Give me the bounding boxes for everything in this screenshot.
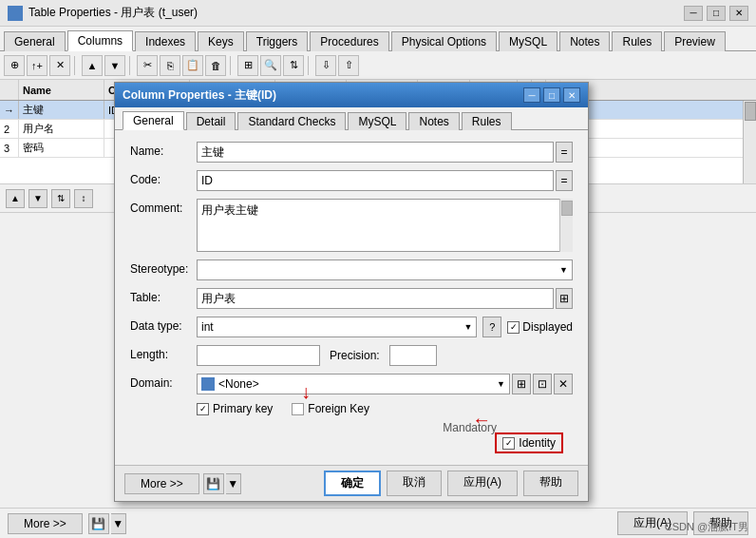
- export-button[interactable]: ⇧: [338, 55, 359, 76]
- displayed-checkbox[interactable]: ✓: [507, 321, 520, 334]
- code-input[interactable]: ID: [197, 170, 554, 191]
- delete-row-button[interactable]: ✕: [49, 55, 70, 76]
- cut-button[interactable]: ✂: [137, 55, 158, 76]
- dialog-tab-standard-checks[interactable]: Standard Checks: [237, 112, 346, 130]
- tab-physical-options[interactable]: Physical Options: [391, 31, 497, 51]
- sort-az-btn[interactable]: ⇅: [51, 189, 70, 208]
- foreign-key-wrapper[interactable]: Foreign Key: [292, 402, 369, 415]
- primary-key-wrapper[interactable]: ✓ Primary key: [197, 402, 273, 415]
- grid-vscroll[interactable]: [743, 101, 756, 183]
- checkbox-row: ✓ Primary key Foreign Key: [130, 402, 573, 415]
- displayed-label: Displayed: [522, 320, 573, 334]
- domain-browse-btn2[interactable]: ⊡: [533, 374, 552, 394]
- mandatory-identity-area: Mandatory ✓ Identity ↓ ↓: [130, 419, 573, 453]
- dialog-tab-general[interactable]: General: [123, 111, 184, 130]
- name-input-wrapper: 主键 =: [197, 142, 573, 163]
- datatype-select[interactable]: int ▼: [197, 317, 477, 337]
- toolbar-sep1: [74, 56, 78, 75]
- length-prec-row: Length: Precision:: [130, 345, 573, 366]
- dialog-close[interactable]: ✕: [563, 87, 580, 103]
- table-input[interactable]: 用户表: [197, 288, 554, 309]
- table-browse-btn[interactable]: ⊞: [556, 288, 573, 309]
- confirm-button[interactable]: 确定: [324, 471, 381, 496]
- tab-procedures[interactable]: Procedures: [310, 31, 388, 51]
- tab-notes[interactable]: Notes: [559, 31, 610, 51]
- more-button[interactable]: More >>: [124, 473, 199, 494]
- code-row: Code: ID =: [130, 170, 573, 191]
- code-edit-btn[interactable]: =: [556, 170, 573, 191]
- help-button[interactable]: 帮助: [523, 471, 578, 496]
- foreign-key-checkbox[interactable]: [292, 403, 304, 415]
- comment-textarea[interactable]: 用户表主键: [197, 199, 573, 252]
- outer-export-dropdown[interactable]: ▼: [111, 513, 126, 534]
- row-num: 3: [0, 139, 19, 157]
- row-name: 主键: [19, 101, 104, 119]
- apply-button[interactable]: 应用(A): [447, 471, 518, 496]
- move-down-button[interactable]: ▼: [104, 55, 125, 76]
- dialog-bottom-bar: More >> 💾 ▼ 确定 取消 应用(A) 帮助: [115, 465, 588, 501]
- domain-arrow: ▼: [497, 379, 505, 389]
- datatype-row: Data type: int ▼ ? ✓ Displayed: [130, 317, 573, 337]
- window-controls: ─ □ ✕: [684, 6, 748, 21]
- displayed-checkbox-wrapper[interactable]: ✓ Displayed: [507, 320, 573, 334]
- tab-rules[interactable]: Rules: [612, 31, 662, 51]
- precision-input[interactable]: [389, 345, 437, 366]
- length-input[interactable]: [197, 345, 320, 366]
- copy-button[interactable]: ⎘: [160, 55, 180, 76]
- table-row-form: Table: 用户表 ⊞: [130, 288, 573, 309]
- insert-row-button[interactable]: ↑+: [27, 55, 47, 76]
- code-input-wrapper: ID =: [197, 170, 573, 191]
- dialog-tab-rules[interactable]: Rules: [462, 112, 512, 130]
- scroll-thumb[interactable]: [745, 102, 756, 121]
- toolbar-sep2: [129, 56, 133, 75]
- dialog-bottom-right: 确定 取消 应用(A) 帮助: [324, 471, 578, 496]
- cancel-button[interactable]: 取消: [387, 471, 442, 496]
- primary-key-checkbox[interactable]: ✓: [197, 403, 209, 415]
- sort-up-btn[interactable]: ▲: [6, 189, 25, 208]
- dialog-bottom-left: More >> 💾 ▼: [124, 473, 241, 494]
- domain-select[interactable]: <None> ▼: [197, 374, 510, 394]
- tab-general[interactable]: General: [4, 31, 66, 51]
- domain-browse-btn3[interactable]: ✕: [554, 374, 573, 394]
- paste-button[interactable]: 📋: [182, 55, 203, 76]
- dialog-tab-notes[interactable]: Notes: [408, 112, 459, 130]
- delete-button[interactable]: 🗑: [205, 55, 226, 76]
- minimize-button[interactable]: ─: [684, 6, 703, 21]
- identity-checkbox[interactable]: ✓: [502, 437, 515, 450]
- sort-button[interactable]: ⇅: [283, 55, 304, 76]
- filter-button[interactable]: 🔍: [260, 55, 281, 76]
- new-row-button[interactable]: ⊕: [4, 55, 25, 76]
- export-dropdown[interactable]: ▼: [226, 473, 241, 494]
- datatype-help-btn[interactable]: ?: [482, 317, 501, 337]
- tab-columns[interactable]: Columns: [67, 30, 133, 51]
- stereotype-select[interactable]: ▼: [197, 259, 573, 280]
- dialog-minimize[interactable]: ─: [523, 87, 540, 103]
- tab-preview[interactable]: Preview: [664, 31, 726, 51]
- dialog-tab-mysql[interactable]: MySQL: [348, 112, 406, 130]
- outer-more-button[interactable]: More >>: [8, 513, 83, 534]
- name-edit-btn[interactable]: =: [556, 142, 573, 163]
- tab-indexes[interactable]: Indexes: [135, 31, 196, 51]
- watermark: CSDN @油腻IT男: [665, 520, 748, 534]
- export-button[interactable]: 💾: [203, 473, 224, 494]
- sort-num-btn[interactable]: ↕: [74, 189, 93, 208]
- tab-triggers[interactable]: Triggers: [246, 31, 309, 51]
- tab-mysql[interactable]: MySQL: [499, 31, 558, 51]
- close-button[interactable]: ✕: [729, 6, 748, 21]
- import-button[interactable]: ⇩: [315, 55, 336, 76]
- foreign-key-label: Foreign Key: [308, 402, 369, 415]
- move-up-button[interactable]: ▲: [82, 55, 103, 76]
- domain-browse-btn1[interactable]: ⊞: [512, 374, 531, 394]
- maximize-button[interactable]: □: [707, 6, 726, 21]
- comment-scrollthumb[interactable]: [561, 201, 573, 216]
- sort-down-btn[interactable]: ▼: [28, 189, 47, 208]
- comment-scroll[interactable]: [559, 199, 573, 252]
- dialog-maximize[interactable]: □: [543, 87, 560, 103]
- stereotype-arrow: ▼: [559, 265, 568, 275]
- name-input[interactable]: 主键: [197, 142, 554, 163]
- dialog-tab-detail[interactable]: Detail: [186, 112, 236, 130]
- outer-export-btn[interactable]: 💾: [88, 513, 109, 534]
- titlebar-left: Table Properties - 用户表 (t_user): [8, 5, 198, 21]
- tab-keys[interactable]: Keys: [198, 31, 244, 51]
- col-select-button[interactable]: ⊞: [237, 55, 258, 76]
